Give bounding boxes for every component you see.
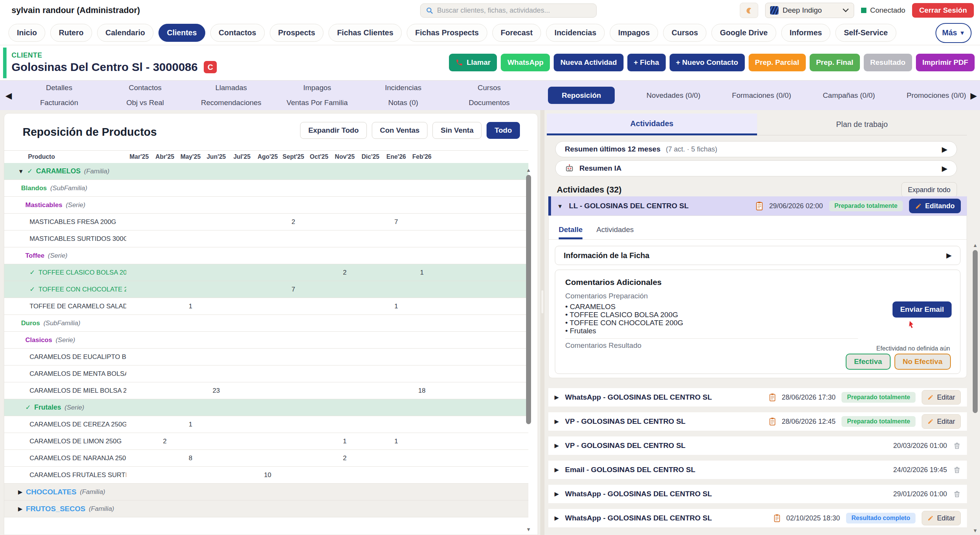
imprimir-pdf-button[interactable]: Imprimir PDF (916, 54, 975, 71)
summary-12-months[interactable]: Resumen últimos 12 meses (7 act. · 5 fic… (555, 141, 957, 157)
not-effective-button[interactable]: No Efectiva (894, 354, 951, 370)
llamar-button[interactable]: Llamar (449, 54, 497, 71)
detail-tab-detalle[interactable]: Detalle (559, 226, 582, 239)
client-tab-detalles[interactable]: Detalles (46, 84, 73, 92)
nav-item-forecast[interactable]: Forecast (492, 24, 541, 42)
nav-item-cursos[interactable]: Cursos (663, 24, 706, 42)
client-tab-incidencias[interactable]: Incidencias (385, 84, 421, 92)
nav-item-contactos[interactable]: Contactos (210, 24, 265, 42)
prep-final-button[interactable]: Prep. Final (810, 54, 860, 71)
send-email-button[interactable]: Enviar Email (893, 301, 952, 318)
activity-row[interactable]: ▶WhatsApp - GOLOSINAS DEL CENTRO SL28/06… (548, 388, 967, 407)
expand-arrow-icon[interactable]: ▶ (554, 515, 559, 522)
table-row-caramelos-de-cereza-250g[interactable]: CARAMELOS DE CEREZA 250G1 (4, 416, 528, 433)
nav-item-fichas-prospects[interactable]: Fichas Prospects (407, 24, 487, 42)
filter-sin-venta[interactable]: Sin Venta (432, 122, 482, 139)
expand-arrow-icon[interactable]: ▶ (554, 394, 559, 401)
expand-arrow-icon[interactable]: ▶ (942, 164, 947, 173)
client-tab-recomendaciones[interactable]: Recomendaciones (201, 99, 261, 107)
nav-item-clientes[interactable]: Clientes (158, 24, 205, 42)
effective-button[interactable]: Efectiva (846, 354, 891, 370)
client-tab-obj-vs-real[interactable]: Obj vs Real (126, 99, 164, 107)
edit-button[interactable]: Editar (922, 511, 961, 525)
table-row-caramelos-de-miel-bolsa-25[interactable]: CARAMELOS DE MIEL BOLSA 25...2318 (4, 382, 528, 399)
activity-tab-reposición[interactable]: Reposición (548, 87, 615, 104)
nav-item-impagos[interactable]: Impagos (610, 24, 658, 42)
scroll-left-icon[interactable]: ◀ (5, 91, 12, 101)
client-tab-cursos[interactable]: Cursos (478, 84, 501, 92)
scroll-up-icon[interactable]: ▲ (526, 167, 531, 173)
expand-arrow-icon[interactable]: ▶ (18, 489, 23, 495)
table-row-caramelos-de-menta-bolsa[interactable]: CARAMELOS DE MENTA BOLSA ... (4, 365, 528, 382)
panel-scrollbar[interactable]: ▲ ▼ (972, 242, 978, 533)
client-tab-facturación[interactable]: Facturación (40, 99, 78, 107)
client-tab-impagos[interactable]: Impagos (303, 84, 331, 92)
scrollbar-thumb[interactable] (973, 250, 978, 413)
nav-item-prospects[interactable]: Prospects (270, 24, 324, 42)
activity-row[interactable]: ▶VP - GOLOSINAS DEL CENTRO SL20/03/2026 … (548, 436, 967, 455)
table-row-caramelos-de-eucalipto-bo[interactable]: CARAMELOS DE EUCALIPTO BO... (4, 349, 528, 365)
client-tab-contactos[interactable]: Contactos (129, 84, 162, 92)
expand-arrow-icon[interactable]: ▶ (18, 505, 23, 512)
table-row-toffee-con-chocolate-20[interactable]: ✓TOFFEE CON CHOCOLATE 20...7 (4, 281, 528, 298)
edit-button[interactable]: Editar (922, 414, 961, 429)
client-tab-llamadas[interactable]: Llamadas (215, 84, 247, 92)
expanded-activity-row[interactable]: ▼ LL - GOLOSINAS DEL CENTRO SL 29/06/202… (548, 196, 967, 216)
collapse-arrow-icon[interactable]: ▼ (18, 168, 24, 174)
nav-item-fichas-clientes[interactable]: Fichas Clientes (328, 24, 402, 42)
theme-select[interactable]: Deep Indigo (765, 3, 854, 18)
client-tab-ventas-por-familia[interactable]: Ventas Por Familia (287, 99, 348, 107)
nav-item-self-service[interactable]: Self-Service (835, 24, 896, 42)
activity-row[interactable]: ▶WhatsApp - GOLOSINAS DEL CENTRO SL29/01… (548, 485, 967, 503)
editing-button[interactable]: Editando (909, 199, 961, 213)
more-menu-button[interactable]: Más ▼ (935, 23, 972, 43)
activity-row[interactable]: ▶Email - GOLOSINAS DEL CENTRO SL24/02/20… (548, 461, 967, 479)
table-row-caramelos-de-limon-250g[interactable]: CARAMELOS DE LIMON 250G211 (4, 433, 528, 450)
table-row-frutos-secos[interactable]: ▶FRUTOS_SECOS(Familia) (4, 500, 528, 517)
table-row-toffee-de-caramelo-salad[interactable]: TOFFEE DE CARAMELO SALAD...11 (4, 298, 528, 315)
table-row-duros[interactable]: Duros(SubFamilia) (4, 315, 528, 332)
activity-row[interactable]: ▶WhatsApp - GOLOSINAS DEL CENTRO SL02/10… (548, 509, 967, 527)
divider-grip[interactable] (541, 290, 543, 313)
expand-arrow-icon[interactable]: ▶ (942, 145, 947, 154)
table-row-frutales[interactable]: ✓Frutales(Serie) (4, 399, 528, 416)
client-tab-documentos[interactable]: Documentos (469, 99, 510, 107)
scroll-down-icon[interactable]: ▼ (526, 527, 531, 532)
nueva-actividad-button[interactable]: Nueva Actividad (554, 54, 623, 71)
ficha-button[interactable]: + Ficha (627, 54, 666, 71)
table-row-blandos[interactable]: Blandos(SubFamilia) (4, 180, 528, 197)
table-row-chocolates[interactable]: ▶CHOCOLATES(Familia) (4, 484, 528, 500)
filter-con-ventas[interactable]: Con Ventas (372, 122, 427, 139)
ficha-info-card[interactable]: Información de la Ficha ▶ (555, 246, 960, 265)
table-row-masticables-fresa-200g[interactable]: MASTICABLES FRESA 200G27 (4, 214, 528, 230)
search-input[interactable] (437, 7, 591, 15)
scroll-down-icon[interactable]: ▼ (972, 528, 978, 533)
activity-row[interactable]: ▶VP - GOLOSINAS DEL CENTRO SL28/06/2026 … (548, 412, 967, 431)
dark-mode-toggle[interactable] (740, 3, 758, 18)
resultado-button[interactable]: Resultado (864, 54, 912, 71)
activity-tab-campañas-0-0[interactable]: Campañas (0/0) (823, 91, 875, 100)
detail-tab-actividades[interactable]: Actividades (596, 226, 634, 239)
expand-all-button[interactable]: Expandir todo (901, 182, 957, 198)
table-row-masticables[interactable]: Masticables(Serie) (4, 197, 528, 214)
table-scrollbar[interactable]: ▲ ▼ (526, 167, 531, 532)
trash-icon[interactable] (953, 490, 961, 498)
expand-arrow-icon[interactable]: ▶ (946, 251, 952, 260)
table-row-masticables-surtidos-300g[interactable]: MASTICABLES SURTIDOS 300G (4, 230, 528, 247)
scroll-up-icon[interactable]: ▲ (972, 242, 978, 248)
table-row-caramelos[interactable]: ▼✓CARAMELOS(Familia) (4, 163, 528, 180)
expand-arrow-icon[interactable]: ▶ (554, 442, 559, 449)
panel-tab-actividades[interactable]: Actividades (547, 114, 757, 135)
global-search[interactable] (420, 3, 597, 18)
expand-arrow-icon[interactable]: ▶ (554, 418, 559, 425)
table-row-toffee-clasico-bolsa-200g[interactable]: ✓TOFFEE CLASICO BOLSA 200G21 (4, 264, 528, 281)
panel-tab-plan-de-trabajo[interactable]: Plan de trabajo (757, 114, 967, 135)
activity-tab-novedades-0-0[interactable]: Novedades (0/0) (647, 91, 700, 100)
panel-divider[interactable] (540, 110, 544, 535)
table-row-toffee[interactable]: Toffee(Serie) (4, 247, 528, 264)
filter-expandir-todo[interactable]: Expandir Todo (300, 122, 367, 139)
nav-item-inicio[interactable]: Inicio (8, 24, 45, 42)
trash-icon[interactable] (953, 466, 961, 474)
client-tab-notas-0[interactable]: Notas (0) (388, 99, 418, 107)
nav-item-informes[interactable]: Informes (781, 24, 830, 42)
